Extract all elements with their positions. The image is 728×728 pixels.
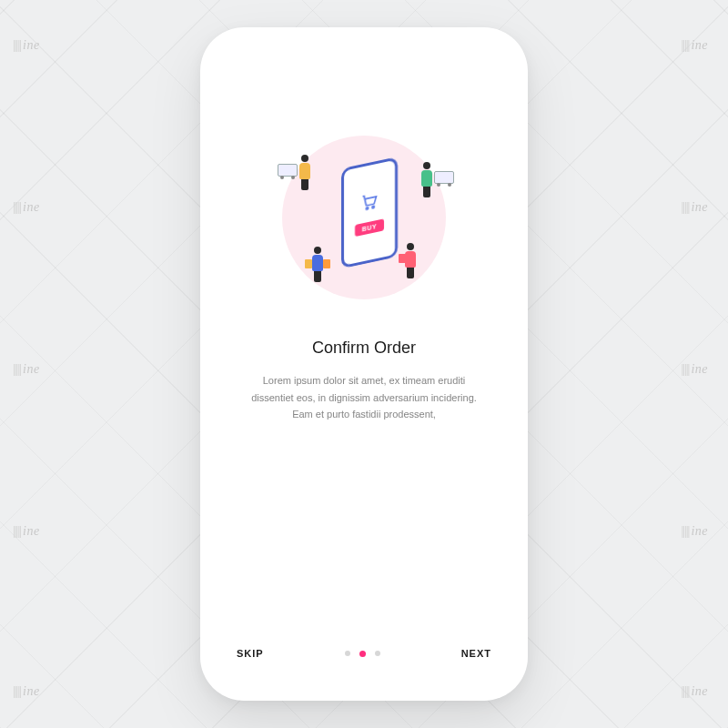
person-shopper-icon [299, 155, 310, 190]
watermark-text: ine [13, 38, 40, 53]
watermark-text: ine [681, 684, 708, 699]
svg-point-1 [372, 206, 374, 208]
cart-icon [359, 190, 379, 215]
watermark-text: ine [681, 362, 708, 377]
page-dot[interactable] [345, 651, 350, 656]
person-shopper-icon [421, 162, 432, 197]
svg-point-0 [366, 207, 368, 209]
person-shopper-icon [405, 243, 416, 278]
watermark-text: ine [13, 200, 40, 215]
page-dot-active[interactable] [359, 651, 366, 657]
onboarding-illustration: BUY [268, 122, 460, 313]
page-dot[interactable] [375, 651, 380, 656]
watermark-text: ine [681, 38, 708, 53]
person-shopper-icon [312, 247, 323, 282]
phone-mockup: BUY [200, 27, 528, 701]
watermark-text: ine [681, 200, 708, 215]
onboarding-footer: SKIP NEXT [213, 630, 515, 688]
skip-button[interactable]: SKIP [237, 648, 264, 659]
watermark-text: ine [13, 362, 40, 377]
watermark-text: ine [13, 524, 40, 539]
next-button[interactable]: NEXT [461, 648, 491, 659]
app-screen: BUY [213, 40, 515, 688]
phone-notch [296, 40, 432, 64]
isometric-phone-icon: BUY [341, 157, 398, 268]
page-indicator [345, 651, 380, 657]
onboarding-description: Lorem ipsum dolor sit amet, ex timeam er… [246, 372, 482, 423]
onboarding-content: BUY [213, 40, 515, 630]
buy-badge: BUY [355, 218, 384, 237]
onboarding-title: Confirm Order [312, 339, 416, 358]
watermark-text: ine [13, 684, 40, 699]
watermark-text: ine [681, 524, 708, 539]
